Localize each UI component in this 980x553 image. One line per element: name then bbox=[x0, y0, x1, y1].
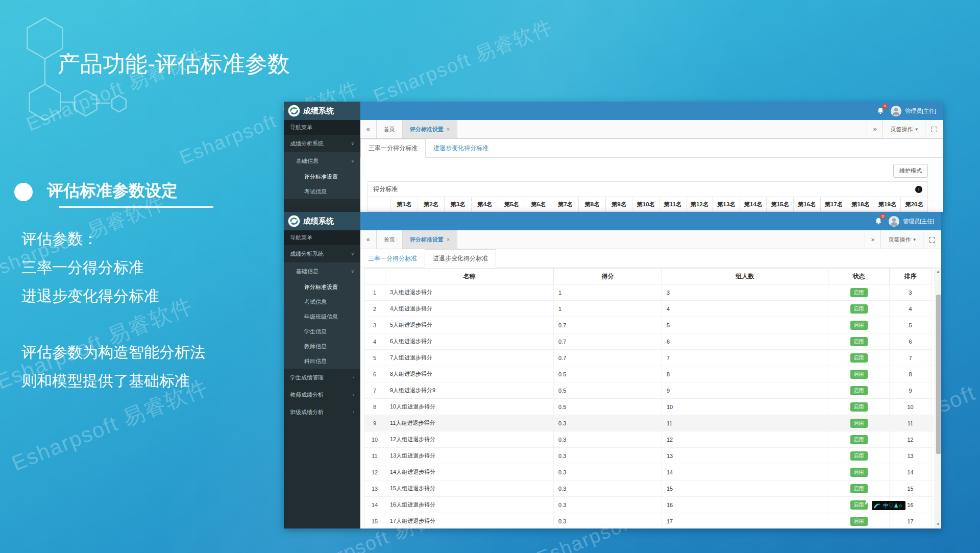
table-row[interactable]: 1214人组进退步得分0.314启用14 bbox=[364, 464, 934, 480]
user-menu[interactable]: 管理员[主任] bbox=[889, 216, 934, 227]
cell-index: 8 bbox=[364, 399, 385, 415]
table-row[interactable]: 1416人组进退步得分0.316启用16 bbox=[364, 497, 934, 513]
table-row[interactable]: 35人组进退步得分0.75启用5 bbox=[364, 317, 934, 333]
cell-group-size: 9 bbox=[662, 382, 828, 398]
sidebar-item-基础信息[interactable]: 基础信息∨ bbox=[284, 152, 360, 170]
table-row[interactable]: 46人组进退步得分0.76启用6 bbox=[364, 333, 934, 350]
cell-score: 0.3 bbox=[554, 513, 662, 528]
sidebar-item-考试信息[interactable]: 考试信息 bbox=[284, 295, 360, 309]
tabs-scroll-right-button[interactable]: » bbox=[865, 230, 881, 249]
subtab-progress-standard[interactable]: 进退步变化得分标准 bbox=[425, 249, 496, 268]
sidebar-item-教师信息[interactable]: 教师信息 bbox=[284, 339, 360, 354]
close-icon[interactable]: × bbox=[447, 126, 450, 132]
table-row[interactable]: 13人组进退步得分13启用3 bbox=[364, 284, 934, 301]
subtab-progress-standard[interactable]: 进退步变化得分标准 bbox=[426, 139, 496, 158]
sidebar-item-学生信息[interactable]: 学生信息 bbox=[284, 324, 360, 339]
cell-index: 12 bbox=[364, 464, 385, 480]
cell-order: 10 bbox=[890, 399, 932, 415]
tabs-scroll-left-button[interactable]: « bbox=[360, 120, 377, 138]
rank-header-row: 第1名第2名第3名第4名第5名第6名第7名第8名第9名第10名第11名第12名第… bbox=[368, 197, 927, 211]
app-logo-area[interactable]: 成绩系统 bbox=[284, 102, 360, 120]
body-paragraph-1: 评估参数： 三率一分得分标准 进退步变化得分标准 bbox=[21, 225, 159, 310]
sidebar-item-基础信息[interactable]: 基础信息∨ bbox=[284, 262, 360, 280]
table-row[interactable]: 57人组进退步得分0.77启用7 bbox=[364, 350, 934, 366]
panel-collapse-button[interactable]: ↑ bbox=[915, 186, 922, 193]
top-sidebar-items: 成绩分析系统∨基础信息∨评分标准设置考试信息 bbox=[284, 135, 360, 199]
cell-score: 0.3 bbox=[554, 415, 662, 431]
bullet-icon bbox=[14, 183, 33, 201]
sidebar-item-成绩分析系统[interactable]: 成绩分析系统∨ bbox=[284, 245, 360, 262]
sidebar-item-评分标准设置[interactable]: 评分标准设置 bbox=[284, 280, 360, 295]
sidebar-item-label: 考试信息 bbox=[304, 298, 327, 306]
scrollbar-thumb[interactable] bbox=[936, 295, 941, 454]
status-badge: 启用 bbox=[850, 304, 868, 314]
chevron-left-icon: ‹ bbox=[353, 375, 354, 380]
table-row[interactable]: 24人组进退步得分14启用4 bbox=[364, 301, 934, 317]
close-icon[interactable]: × bbox=[447, 236, 450, 243]
cell-group-size: 14 bbox=[662, 464, 828, 480]
cell-index: 6 bbox=[364, 366, 385, 382]
sidebar-item-班级成绩分析[interactable]: 班级成绩分析‹ bbox=[284, 403, 360, 421]
tab-home[interactable]: 首页 bbox=[377, 120, 403, 138]
subtab-score-standard[interactable]: 三率一分得分标准 bbox=[360, 139, 426, 158]
rank-header-cell: 第1名 bbox=[390, 197, 418, 211]
table-row[interactable]: 79人组进退步得分90.59启用9 bbox=[364, 382, 934, 399]
status-badge: 启用 bbox=[850, 370, 868, 379]
sidebar-item-考试信息[interactable]: 考试信息 bbox=[284, 184, 360, 199]
table-row[interactable]: 810人组进退步得分0.510启用10 bbox=[364, 399, 934, 415]
cell-order: 6 bbox=[890, 333, 932, 349]
scroll-down-arrow[interactable]: ▼ bbox=[935, 521, 941, 527]
cell-name: 9人组进退步得分9 bbox=[385, 382, 554, 398]
cell-score: 0.3 bbox=[554, 480, 662, 496]
cell-order: 15 bbox=[890, 480, 932, 496]
user-menu[interactable]: 管理员[主任] bbox=[891, 106, 936, 116]
heading-underline bbox=[59, 206, 213, 208]
rank-header-cell: 第6名 bbox=[525, 197, 552, 211]
section-heading: 评估标准参数设定 bbox=[47, 180, 178, 202]
main-area: « 首页 评分标准设置 × » 页签操作 ▾ bbox=[360, 230, 941, 528]
notifications-button[interactable]: 0 bbox=[875, 218, 881, 225]
sidebar-item-教师成绩分析[interactable]: 教师成绩分析‹ bbox=[284, 386, 360, 403]
fullscreen-button[interactable] bbox=[925, 120, 943, 138]
cell-name: 11人组进退步得分 bbox=[385, 415, 554, 431]
tab-operations-label: 页签操作 bbox=[890, 126, 913, 133]
table-row[interactable]: 1315人组进退步得分0.315启用15 bbox=[364, 480, 934, 497]
sidebar-item-评分标准设置[interactable]: 评分标准设置 bbox=[284, 170, 360, 184]
app-logo-icon bbox=[288, 215, 300, 227]
cell-order: 14 bbox=[890, 464, 932, 480]
sidebar-item-科目信息[interactable]: 科目信息 bbox=[284, 354, 360, 369]
tab-operations-dropdown[interactable]: 页签操作 ▾ bbox=[883, 120, 925, 138]
cell-index: 15 bbox=[364, 513, 385, 528]
brand-name: 成绩系统 bbox=[303, 106, 334, 116]
table-row[interactable]: 911人组进退步得分0.311启用11 bbox=[364, 415, 934, 431]
table-row[interactable]: 1012人组进退步得分0.312启用12 bbox=[364, 431, 934, 448]
vertical-scrollbar[interactable]: ▲ ▼ bbox=[935, 268, 941, 528]
scroll-up-arrow[interactable]: ▲ bbox=[935, 268, 941, 275]
table-row[interactable]: 1113人组进退步得分0.313启用13 bbox=[364, 448, 934, 464]
app-header: 成绩系统 0 管理员[主任] bbox=[284, 102, 943, 120]
tabs-scroll-right-button[interactable]: » bbox=[867, 120, 883, 138]
tab-score-settings[interactable]: 评分标准设置 × bbox=[403, 120, 457, 138]
sidebar-item-成绩分析系统[interactable]: 成绩分析系统∨ bbox=[284, 135, 360, 152]
tab-home[interactable]: 首页 bbox=[377, 230, 403, 249]
tabs-scroll-left-button[interactable]: « bbox=[360, 230, 377, 249]
subtab-score-standard[interactable]: 三率一分得分标准 bbox=[360, 249, 425, 268]
maintain-mode-button[interactable]: 维护模式 bbox=[893, 164, 928, 178]
sidebar-item-label: 考试信息 bbox=[304, 188, 327, 196]
rank-header-cell: 第16名 bbox=[793, 197, 820, 211]
page-title: 产品功能-评估标准参数 bbox=[58, 49, 290, 79]
app-logo-area[interactable]: 成绩系统 bbox=[284, 212, 360, 230]
sidebar-item-年级班级信息[interactable]: 年级班级信息 bbox=[284, 309, 360, 324]
notifications-button[interactable]: 0 bbox=[877, 107, 884, 114]
table-row[interactable]: 68人组进退步得分0.58启用8 bbox=[364, 366, 934, 382]
cell-index: 2 bbox=[364, 301, 385, 317]
sidebar-item-label: 基础信息 bbox=[296, 157, 318, 165]
table-row[interactable]: 1517人组进退步得分0.317启用17 bbox=[364, 513, 934, 528]
sidebar-item-学生成绩管理[interactable]: 学生成绩管理‹ bbox=[284, 369, 360, 386]
tab-score-settings[interactable]: 评分标准设置 × bbox=[403, 230, 457, 249]
fullscreen-button[interactable] bbox=[923, 230, 941, 249]
status-badge: 启用 bbox=[850, 353, 868, 363]
cell-group-size: 10 bbox=[662, 399, 828, 415]
sidebar-item-label: 科目信息 bbox=[304, 357, 327, 365]
tab-operations-dropdown[interactable]: 页签操作 ▾ bbox=[880, 230, 923, 249]
